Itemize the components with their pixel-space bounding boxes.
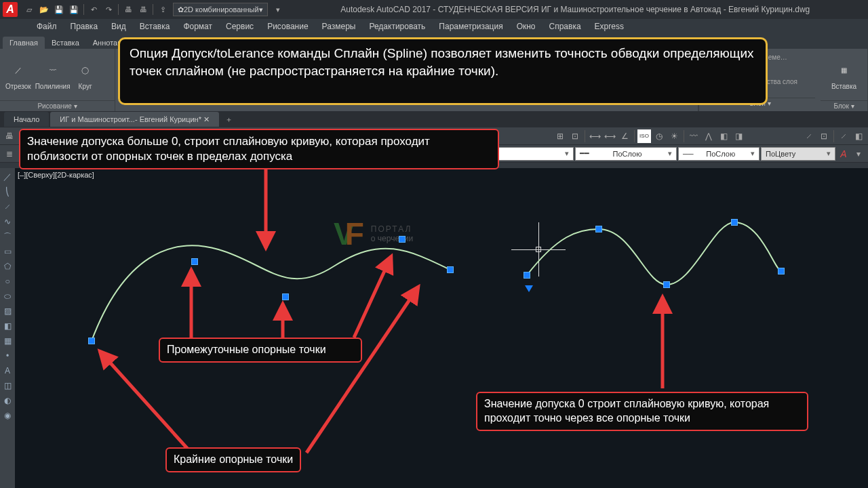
- tb-iso-icon[interactable]: ISO: [637, 129, 651, 143]
- menu-format[interactable]: Формат: [176, 22, 219, 31]
- grip-fitpoint[interactable]: [663, 281, 670, 288]
- menu-view[interactable]: Вид: [104, 22, 133, 31]
- lt-donut-icon[interactable]: ◉: [1, 409, 14, 422]
- menu-file[interactable]: Файл: [30, 22, 64, 31]
- tb-more2-icon[interactable]: ◨: [732, 129, 745, 143]
- circle-button[interactable]: ◯Круг: [75, 60, 96, 90]
- tab-add[interactable]: ＋: [220, 115, 237, 125]
- tb-r1-icon[interactable]: ⟋: [802, 129, 816, 143]
- callout-midpoints: Промежуточные опорные точки: [159, 338, 362, 363]
- lt-rect-icon[interactable]: ▭: [1, 245, 14, 258]
- menu-insert[interactable]: Вставка: [133, 22, 177, 31]
- lt-table-icon[interactable]: ▦: [1, 335, 14, 347]
- grip-fitpoint[interactable]: [282, 293, 289, 300]
- grip-fitpoint[interactable]: [731, 219, 738, 226]
- grip-endpoint[interactable]: [524, 272, 530, 279]
- tb-more1-icon[interactable]: ◧: [717, 129, 730, 143]
- grip-fitpoint[interactable]: [399, 236, 406, 243]
- block-panel: ▦Вставка Блок ▾: [821, 49, 868, 111]
- lt-point-icon[interactable]: •: [1, 350, 14, 362]
- tb-graph-icon[interactable]: ⋀: [702, 129, 715, 143]
- tb-clock-icon[interactable]: ◷: [652, 129, 666, 143]
- print-icon[interactable]: 🖶: [137, 3, 149, 16]
- tb-wave-icon[interactable]: 〰: [687, 129, 701, 143]
- tb-angle-icon[interactable]: ∠: [618, 129, 631, 143]
- document-tabs: Начало ИГ и Машиностроит...- Евгений Кур…: [0, 111, 868, 127]
- grip-fitpoint[interactable]: [191, 258, 198, 265]
- tb-print-icon[interactable]: 🖶: [3, 129, 16, 143]
- tab-insert[interactable]: Вставка: [45, 37, 86, 49]
- watermark: VF ПОРТАЛо черчении: [334, 216, 413, 252]
- combo-lineweight[interactable]: ── ПоСлою▾: [678, 147, 760, 161]
- new-icon[interactable]: ▱: [23, 3, 35, 16]
- combo-linetype[interactable]: ━━ ПоСлою▾: [575, 147, 677, 161]
- tb-r2-icon[interactable]: ⊡: [817, 129, 831, 143]
- lt-spline-icon[interactable]: ∿: [1, 216, 14, 228]
- menu-window[interactable]: Окно: [510, 22, 542, 31]
- tb-textstyle-icon[interactable]: A: [837, 147, 850, 161]
- window-title: Autodesk AutoCAD 2017 - СТУДЕНЧЕСКАЯ ВЕР…: [285, 5, 865, 14]
- tab-drawing[interactable]: ИГ и Машиностроит...- Евгений Курицин* ✕: [50, 112, 219, 127]
- tab-start[interactable]: Начало: [4, 112, 49, 127]
- svg-line-5: [307, 287, 418, 453]
- annotation-tolerance-description: Опция Допуск/toLerance команды Сплайн (S…: [118, 37, 768, 105]
- redo-icon[interactable]: ↷: [102, 3, 115, 16]
- menu-modify[interactable]: Редактировать: [362, 22, 432, 31]
- tb-grid-icon[interactable]: ⊡: [568, 129, 582, 143]
- drawing-overlay: [15, 168, 868, 488]
- lt-circle-icon[interactable]: ○: [1, 275, 14, 287]
- tb-r4-icon[interactable]: ◧: [852, 129, 865, 143]
- tb-sun-icon[interactable]: ☀: [667, 129, 681, 143]
- draw-panel-title[interactable]: Рисование ▾: [0, 100, 115, 111]
- lt-pline-icon[interactable]: ⎝: [1, 186, 14, 198]
- tb-r3-icon[interactable]: ⟋: [837, 129, 850, 143]
- left-toolbar: ／ ⎝ ⟋ ∿ ⌒ ▭ ⬠ ○ ⬭ ▨ ◧ ▦ • A ◫ ◐ ◉: [0, 168, 15, 488]
- grip-fitpoint[interactable]: [595, 226, 602, 232]
- lt-poly-icon[interactable]: ⬠: [1, 260, 14, 272]
- insert-block-button[interactable]: ▦Вставка: [831, 60, 856, 90]
- grip-direction[interactable]: [525, 285, 533, 292]
- grip-endpoint[interactable]: [778, 268, 785, 274]
- lt-ellipse-icon[interactable]: ⬭: [1, 290, 14, 302]
- undo-icon[interactable]: ↶: [87, 3, 100, 16]
- viewport-label[interactable]: [–][Сверху][2D-каркас]: [18, 171, 94, 179]
- tb-dim2-icon[interactable]: ⟷: [603, 129, 616, 143]
- tab-home[interactable]: Главная: [3, 37, 45, 49]
- plot-icon[interactable]: 🖶: [122, 3, 134, 16]
- lt-xline-icon[interactable]: ⟋: [1, 201, 14, 213]
- tb-osnap-icon[interactable]: ⊞: [553, 129, 567, 143]
- menu-dimension[interactable]: Размеры: [315, 22, 363, 31]
- menu-express[interactable]: Express: [588, 22, 631, 31]
- workspace-combo[interactable]: ✿ 2D комбинированный ▾: [173, 3, 268, 16]
- lt-block-icon[interactable]: ◫: [1, 380, 14, 392]
- drawing-area[interactable]: [–][Сверху][2D-каркас] VF ПОРТАЛо черчен…: [15, 168, 868, 488]
- svg-line-3: [354, 256, 391, 338]
- titlebar: A ▱ 📂 💾 💾 ↶ ↷ 🖶 🖶 ⇪ ✿ 2D комбинированный…: [0, 0, 868, 19]
- combo-color[interactable]: ПоЦвету▾: [761, 147, 835, 161]
- lt-arc-icon[interactable]: ⌒: [1, 230, 14, 243]
- tb-layer-icon[interactable]: ≣: [3, 147, 16, 161]
- grip-endpoint[interactable]: [447, 266, 454, 273]
- app-logo[interactable]: A: [3, 2, 18, 17]
- qat-more-icon[interactable]: ▾: [272, 3, 284, 16]
- menu-tools[interactable]: Сервис: [219, 22, 260, 31]
- menubar: Файл Правка Вид Вставка Формат Сервис Ри…: [0, 19, 868, 34]
- lt-hatch-icon[interactable]: ▨: [1, 305, 14, 317]
- menu-help[interactable]: Справка: [542, 22, 588, 31]
- tb-dim-icon[interactable]: ⟷: [588, 129, 601, 143]
- open-icon[interactable]: 📂: [38, 3, 50, 16]
- lt-region-icon[interactable]: ◧: [1, 320, 14, 332]
- grip-endpoint[interactable]: [88, 338, 95, 344]
- menu-draw[interactable]: Рисование: [260, 22, 315, 31]
- share-icon[interactable]: ⇪: [157, 3, 169, 16]
- menu-parametric[interactable]: Параметризация: [432, 22, 509, 31]
- lt-grad-icon[interactable]: ◐: [1, 394, 14, 407]
- polyline-button[interactable]: 〰Полилиния: [35, 60, 71, 90]
- save-icon[interactable]: 💾: [53, 3, 65, 16]
- saveas-icon[interactable]: 💾: [68, 3, 80, 16]
- lt-line-icon[interactable]: ／: [1, 171, 14, 183]
- tb-dd-icon[interactable]: ▾: [852, 147, 865, 161]
- line-button[interactable]: ／Отрезок: [5, 60, 31, 90]
- lt-text-icon[interactable]: A: [1, 365, 14, 377]
- menu-edit[interactable]: Правка: [64, 22, 105, 31]
